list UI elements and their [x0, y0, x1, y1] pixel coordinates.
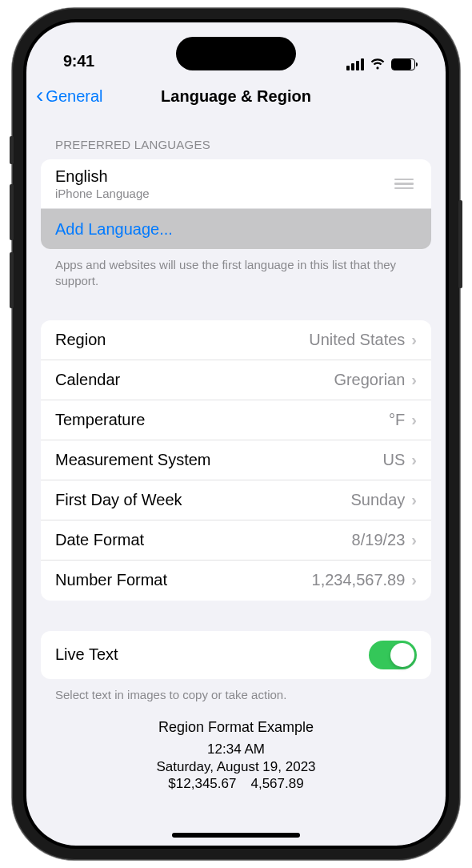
row-label: Date Format	[55, 531, 352, 549]
live-text-toggle[interactable]	[369, 641, 417, 669]
example-date: Saturday, August 19, 2023	[41, 758, 431, 776]
page-title: Language & Region	[161, 87, 311, 106]
row-live-text: Live Text	[41, 631, 431, 679]
row-label: Number Format	[55, 571, 312, 589]
region-settings-group: Region United States › Calendar Gregoria…	[41, 320, 431, 601]
row-label: Calendar	[55, 371, 334, 389]
language-subtitle: iPhone Language	[55, 187, 391, 200]
example-time: 12:34 AM	[41, 741, 431, 758]
add-language-button[interactable]: Add Language...	[41, 209, 431, 249]
chevron-right-icon: ›	[411, 411, 417, 429]
region-format-example: Region Format Example 12:34 AM Saturday,…	[41, 703, 431, 792]
row-value: 1,234,567.89	[312, 571, 406, 589]
live-text-footer: Select text in images to copy or take ac…	[41, 679, 431, 703]
section-header-preferred-languages: Preferred Languages	[41, 117, 431, 159]
row-number-format[interactable]: Number Format 1,234,567.89 ›	[41, 561, 431, 601]
chevron-right-icon: ›	[411, 531, 417, 549]
language-row-english[interactable]: English iPhone Language	[41, 159, 431, 209]
row-label: Measurement System	[55, 451, 383, 469]
example-currency: $12,345.67	[168, 776, 236, 792]
back-label: General	[46, 87, 102, 106]
cellular-icon	[346, 58, 364, 70]
chevron-right-icon: ›	[411, 371, 417, 389]
dynamic-island	[176, 37, 296, 70]
preferred-languages-footer: Apps and websites will use the first lan…	[41, 249, 431, 290]
back-button[interactable]: ‹ General	[36, 86, 102, 106]
home-indicator[interactable]	[172, 833, 300, 838]
device-frame: 9:41 ‹ General Language & Region Preferr…	[12, 8, 460, 860]
chevron-right-icon: ›	[411, 491, 417, 509]
status-time: 9:41	[63, 52, 94, 70]
row-value: Sunday	[350, 491, 405, 509]
chevron-right-icon: ›	[411, 571, 417, 589]
row-region[interactable]: Region United States ›	[41, 320, 431, 360]
language-title: English	[55, 167, 391, 186]
battery-icon	[391, 58, 415, 70]
wifi-icon	[370, 58, 386, 70]
preferred-languages-group: English iPhone Language Add Language...	[41, 159, 431, 249]
row-label: First Day of Week	[55, 491, 350, 509]
drag-handle-icon[interactable]	[391, 175, 417, 193]
row-value: US	[383, 451, 406, 469]
row-value: Gregorian	[334, 371, 405, 389]
row-date-format[interactable]: Date Format 8/19/23 ›	[41, 520, 431, 561]
chevron-left-icon: ‹	[36, 84, 43, 106]
row-value: United States	[309, 331, 405, 349]
row-value: °F	[389, 411, 405, 429]
example-title: Region Format Example	[41, 719, 431, 736]
add-language-label: Add Language...	[55, 220, 173, 239]
live-text-label: Live Text	[55, 645, 369, 664]
row-label: Region	[55, 331, 309, 349]
chevron-right-icon: ›	[411, 451, 417, 469]
live-text-group: Live Text	[41, 631, 431, 679]
row-first-day-of-week[interactable]: First Day of Week Sunday ›	[41, 480, 431, 520]
row-measurement-system[interactable]: Measurement System US ›	[41, 440, 431, 480]
row-value: 8/19/23	[352, 531, 406, 549]
nav-bar: ‹ General Language & Region	[26, 75, 446, 117]
row-calendar[interactable]: Calendar Gregorian ›	[41, 360, 431, 400]
example-number: 4,567.89	[250, 776, 303, 792]
chevron-right-icon: ›	[411, 331, 417, 349]
row-temperature[interactable]: Temperature °F ›	[41, 400, 431, 440]
row-label: Temperature	[55, 411, 389, 429]
